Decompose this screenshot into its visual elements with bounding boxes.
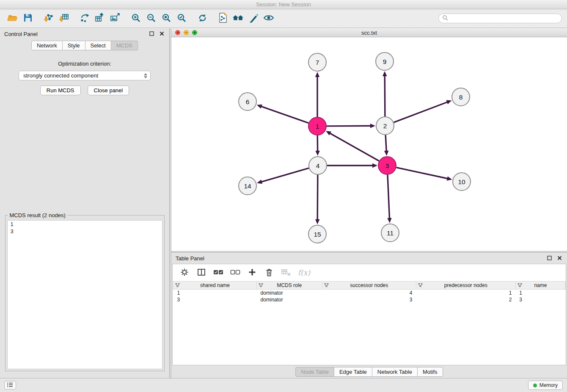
graph-edge-2-8[interactable] — [394, 100, 452, 123]
table-cell[interactable]: 2 — [416, 296, 515, 303]
graph-node-10[interactable]: 10 — [453, 173, 471, 190]
table-row[interactable]: 3dominator323 — [173, 296, 566, 303]
graph-edge-1-4[interactable] — [315, 135, 319, 156]
search-box[interactable] — [438, 14, 562, 23]
svg-text:1: 1 — [316, 123, 319, 130]
graph-node-6[interactable]: 6 — [239, 93, 256, 110]
main-area: Control Panel NetworkStyleSelectMCDS Opt… — [0, 28, 567, 378]
export-table-button[interactable] — [92, 11, 107, 26]
column-header-mcds-role[interactable]: MCDS role — [256, 282, 322, 290]
delete-table-button[interactable] — [281, 268, 291, 278]
table-cell[interactable]: 3 — [173, 296, 257, 303]
task-history-button[interactable] — [4, 381, 16, 389]
table-cell[interactable]: 3 — [515, 296, 565, 303]
graph-node-11[interactable]: 11 — [381, 224, 399, 242]
close-table-panel-button[interactable] — [556, 255, 563, 262]
memory-button[interactable]: Memory — [528, 381, 563, 390]
table-cell[interactable]: 1 — [173, 290, 257, 296]
graph-node-2[interactable]: 2 — [376, 117, 394, 135]
table-settings-button[interactable] — [179, 268, 190, 278]
graph-node-15[interactable]: 15 — [308, 225, 326, 243]
column-type-icon — [324, 283, 329, 289]
zoom-selected-button[interactable] — [174, 11, 189, 26]
toggle-visibility-button[interactable] — [261, 11, 276, 26]
network-graph: 7968124314101511 — [171, 37, 567, 251]
import-network-icon — [43, 12, 54, 25]
graph-edge-3-1[interactable] — [326, 131, 379, 161]
float-panel-button[interactable] — [148, 30, 155, 37]
graph-edge-4-14[interactable] — [257, 168, 309, 184]
table-cell[interactable]: dominator — [256, 296, 322, 303]
graph-edge-2-9[interactable] — [383, 71, 387, 116]
run-mcds-button[interactable]: Run MCDS — [40, 86, 81, 95]
network-window: scc.txt 7968124314101511 — [171, 28, 567, 251]
graph-edge-1-2[interactable] — [327, 124, 375, 128]
show-columns-button[interactable] — [196, 268, 206, 278]
mcds-result-item[interactable]: 3 — [8, 228, 162, 235]
save-session-button[interactable] — [20, 11, 36, 26]
optimization-select[interactable]: strongly connected component — [19, 71, 151, 80]
zoom-in-button[interactable] — [128, 11, 143, 26]
graph-node-3[interactable]: 3 — [378, 157, 396, 174]
search-icon — [442, 15, 448, 22]
column-header-successor-nodes[interactable]: successor nodes — [322, 282, 416, 290]
node-table: shared nameMCDS rolesuccessor nodesprede… — [173, 281, 566, 303]
tab-motifs[interactable]: Motifs — [418, 367, 443, 377]
tab-mcds[interactable]: MCDS — [111, 41, 138, 50]
graph-node-4[interactable]: 4 — [309, 157, 327, 174]
graph-edge-2-3[interactable] — [384, 135, 388, 156]
search-input[interactable] — [450, 15, 558, 22]
graph-node-1[interactable]: 1 — [308, 117, 326, 135]
show-all-networks-button[interactable] — [231, 11, 246, 26]
mcds-result-item[interactable]: 1 — [8, 221, 162, 228]
import-table-button[interactable] — [56, 11, 72, 26]
column-header-name[interactable]: name — [515, 282, 565, 290]
table-cell[interactable]: 4 — [322, 290, 416, 296]
table-cell[interactable]: 1 — [416, 290, 515, 296]
zoom-fit-button[interactable] — [159, 11, 174, 26]
tab-edge-table[interactable]: Edge Table — [334, 367, 372, 377]
open-file-button[interactable] — [5, 11, 20, 26]
table-row[interactable]: 1dominator411 — [173, 290, 566, 296]
network-canvas[interactable]: 7968124314101511 — [171, 37, 567, 251]
gear-icon — [180, 268, 189, 278]
refresh-layout-button[interactable] — [195, 11, 210, 26]
close-panel-button[interactable] — [158, 30, 165, 37]
control-panel-tabs: NetworkStyleSelectMCDS — [0, 39, 169, 55]
table-cell[interactable]: 3 — [322, 296, 416, 303]
float-table-panel-button[interactable] — [546, 255, 553, 262]
graph-edge-4-3[interactable] — [327, 163, 377, 168]
function-builder-button[interactable]: f(x) — [298, 268, 310, 277]
delete-column-button[interactable] — [264, 268, 274, 278]
graph-node-9[interactable]: 9 — [376, 52, 394, 70]
import-network-button[interactable] — [41, 11, 56, 26]
column-header-predecessor-nodes[interactable]: predecessor nodes — [416, 282, 515, 290]
graph-edge-4-15[interactable] — [315, 175, 319, 224]
mcds-result-list[interactable]: 13 — [7, 220, 162, 369]
tab-select[interactable]: Select — [85, 41, 111, 50]
table-cell[interactable]: dominator — [256, 290, 322, 296]
tab-style[interactable]: Style — [63, 41, 85, 50]
export-network-button[interactable] — [77, 11, 92, 26]
close-panel-action-button[interactable]: Close panel — [88, 86, 129, 95]
export-image-button[interactable] — [107, 11, 123, 26]
select-all-rows-button[interactable] — [213, 268, 223, 278]
graph-node-14[interactable]: 14 — [239, 177, 256, 195]
deselect-all-rows-button[interactable] — [230, 268, 240, 278]
tab-node-table[interactable]: Node Table — [295, 367, 334, 377]
apply-style-button[interactable] — [246, 11, 261, 26]
graph-edge-1-7[interactable] — [315, 72, 319, 117]
graph-edge-3-11[interactable] — [387, 175, 391, 223]
graph-edge-3-10[interactable] — [396, 168, 452, 181]
graph-node-7[interactable]: 7 — [308, 53, 326, 71]
table-cell[interactable]: 1 — [515, 290, 565, 296]
open-session-file-button[interactable] — [215, 11, 231, 26]
tab-network[interactable]: Network — [31, 41, 63, 50]
column-header-shared-name[interactable]: shared name — [173, 282, 257, 290]
add-column-button[interactable] — [247, 268, 257, 278]
graph-edge-1-6[interactable] — [257, 105, 309, 123]
graph-node-8[interactable]: 8 — [452, 88, 470, 106]
tab-network-table[interactable]: Network Table — [372, 367, 418, 377]
zoom-out-button[interactable] — [143, 11, 159, 26]
close-icon — [557, 255, 562, 262]
